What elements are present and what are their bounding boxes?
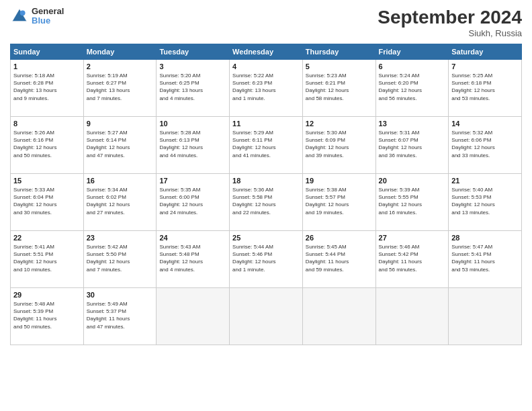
day-info: Sunrise: 5:32 AM Sunset: 6:06 PM Dayligh…: [451, 129, 519, 159]
calendar-cell: 21Sunrise: 5:40 AM Sunset: 5:53 PM Dayli…: [449, 174, 522, 231]
day-number: 21: [451, 177, 519, 185]
day-info: Sunrise: 5:42 AM Sunset: 5:50 PM Dayligh…: [87, 243, 154, 273]
logo-general: General: [32, 7, 64, 16]
day-number: 2: [87, 62, 154, 71]
weekday-header: Thursday: [302, 44, 375, 60]
day-info: Sunrise: 5:33 AM Sunset: 6:04 PM Dayligh…: [13, 186, 81, 216]
day-number: 11: [232, 120, 300, 128]
day-number: 1: [13, 62, 81, 71]
day-info: Sunrise: 5:30 AM Sunset: 6:09 PM Dayligh…: [306, 129, 373, 159]
weekday-header: Wednesday: [230, 44, 303, 60]
day-number: 4: [232, 62, 300, 71]
day-number: 20: [379, 177, 446, 185]
day-info: Sunrise: 5:25 AM Sunset: 6:18 PM Dayligh…: [451, 72, 519, 102]
calendar-cell: 8Sunrise: 5:26 AM Sunset: 6:16 PM Daylig…: [11, 117, 84, 174]
calendar-cell: [230, 288, 303, 345]
day-info: Sunrise: 5:19 AM Sunset: 6:27 PM Dayligh…: [87, 72, 154, 102]
day-number: 19: [306, 177, 373, 185]
calendar-cell: 16Sunrise: 5:34 AM Sunset: 6:02 PM Dayli…: [83, 174, 157, 231]
logo-text: General Blue: [32, 7, 64, 26]
calendar-cell: [157, 288, 230, 345]
day-info: Sunrise: 5:45 AM Sunset: 5:44 PM Dayligh…: [306, 243, 373, 273]
calendar-week-row: 1Sunrise: 5:18 AM Sunset: 6:28 PM Daylig…: [11, 60, 522, 117]
day-info: Sunrise: 5:26 AM Sunset: 6:16 PM Dayligh…: [13, 129, 81, 159]
day-info: Sunrise: 5:35 AM Sunset: 6:00 PM Dayligh…: [159, 186, 226, 216]
calendar-cell: 18Sunrise: 5:36 AM Sunset: 5:58 PM Dayli…: [230, 174, 303, 231]
day-info: Sunrise: 5:28 AM Sunset: 6:13 PM Dayligh…: [159, 129, 226, 159]
day-info: Sunrise: 5:23 AM Sunset: 6:21 PM Dayligh…: [306, 72, 373, 102]
day-number: 12: [306, 120, 373, 128]
calendar-cell: 19Sunrise: 5:38 AM Sunset: 5:57 PM Dayli…: [302, 174, 375, 231]
page-header: General Blue September 2024 Siukh, Russi…: [10, 7, 522, 38]
day-number: 23: [87, 234, 154, 242]
day-info: Sunrise: 5:24 AM Sunset: 6:20 PM Dayligh…: [379, 72, 446, 102]
day-number: 14: [451, 120, 519, 128]
calendar-cell: [375, 288, 449, 345]
day-number: 6: [379, 62, 446, 71]
calendar-cell: 2Sunrise: 5:19 AM Sunset: 6:27 PM Daylig…: [83, 60, 157, 117]
weekday-header: Monday: [83, 44, 157, 60]
calendar-cell: 15Sunrise: 5:33 AM Sunset: 6:04 PM Dayli…: [11, 174, 84, 231]
weekday-header: Friday: [375, 44, 449, 60]
day-number: 18: [232, 177, 300, 185]
calendar-cell: 1Sunrise: 5:18 AM Sunset: 6:28 PM Daylig…: [11, 60, 84, 117]
day-info: Sunrise: 5:49 AM Sunset: 5:37 PM Dayligh…: [87, 300, 154, 330]
day-number: 25: [232, 234, 300, 242]
day-info: Sunrise: 5:22 AM Sunset: 6:23 PM Dayligh…: [232, 72, 300, 102]
day-number: 3: [159, 62, 226, 71]
calendar-cell: 23Sunrise: 5:42 AM Sunset: 5:50 PM Dayli…: [83, 231, 157, 288]
weekday-header: Sunday: [11, 44, 84, 60]
calendar-cell: 26Sunrise: 5:45 AM Sunset: 5:44 PM Dayli…: [302, 231, 375, 288]
calendar-cell: 28Sunrise: 5:47 AM Sunset: 5:41 PM Dayli…: [449, 231, 522, 288]
day-info: Sunrise: 5:38 AM Sunset: 5:57 PM Dayligh…: [306, 186, 373, 216]
day-info: Sunrise: 5:31 AM Sunset: 6:07 PM Dayligh…: [379, 129, 446, 159]
day-number: 9: [87, 120, 154, 128]
day-number: 17: [159, 177, 226, 185]
calendar-cell: 25Sunrise: 5:44 AM Sunset: 5:46 PM Dayli…: [230, 231, 303, 288]
calendar-cell: 13Sunrise: 5:31 AM Sunset: 6:07 PM Dayli…: [375, 117, 449, 174]
day-info: Sunrise: 5:41 AM Sunset: 5:51 PM Dayligh…: [13, 243, 81, 273]
calendar-cell: 3Sunrise: 5:20 AM Sunset: 6:25 PM Daylig…: [157, 60, 230, 117]
calendar-cell: 24Sunrise: 5:43 AM Sunset: 5:48 PM Dayli…: [157, 231, 230, 288]
day-number: 22: [13, 234, 81, 242]
day-number: 10: [159, 120, 226, 128]
calendar-cell: 27Sunrise: 5:46 AM Sunset: 5:42 PM Dayli…: [375, 231, 449, 288]
calendar-cell: 11Sunrise: 5:29 AM Sunset: 6:11 PM Dayli…: [230, 117, 303, 174]
calendar-table: SundayMondayTuesdayWednesdayThursdayFrid…: [10, 44, 522, 345]
logo-blue: Blue: [32, 16, 64, 26]
day-number: 29: [13, 291, 81, 299]
calendar-cell: 30Sunrise: 5:49 AM Sunset: 5:37 PM Dayli…: [83, 288, 157, 345]
calendar-cell: 4Sunrise: 5:22 AM Sunset: 6:23 PM Daylig…: [230, 60, 303, 117]
calendar-cell: [302, 288, 375, 345]
day-info: Sunrise: 5:48 AM Sunset: 5:39 PM Dayligh…: [13, 300, 81, 330]
day-info: Sunrise: 5:43 AM Sunset: 5:48 PM Dayligh…: [159, 243, 226, 273]
calendar-cell: 5Sunrise: 5:23 AM Sunset: 6:21 PM Daylig…: [302, 60, 375, 117]
weekday-header: Saturday: [449, 44, 522, 60]
calendar-cell: [449, 288, 522, 345]
svg-marker-0: [12, 9, 27, 21]
calendar-cell: 9Sunrise: 5:27 AM Sunset: 6:14 PM Daylig…: [83, 117, 157, 174]
day-number: 16: [87, 177, 154, 185]
calendar-cell: 12Sunrise: 5:30 AM Sunset: 6:09 PM Dayli…: [302, 117, 375, 174]
calendar-cell: 7Sunrise: 5:25 AM Sunset: 6:18 PM Daylig…: [449, 60, 522, 117]
day-number: 28: [451, 234, 519, 242]
calendar-week-row: 29Sunrise: 5:48 AM Sunset: 5:39 PM Dayli…: [11, 288, 522, 345]
day-info: Sunrise: 5:46 AM Sunset: 5:42 PM Dayligh…: [379, 243, 446, 273]
day-number: 13: [379, 120, 446, 128]
calendar-cell: 10Sunrise: 5:28 AM Sunset: 6:13 PM Dayli…: [157, 117, 230, 174]
calendar-week-row: 15Sunrise: 5:33 AM Sunset: 6:04 PM Dayli…: [11, 174, 522, 231]
calendar-cell: 6Sunrise: 5:24 AM Sunset: 6:20 PM Daylig…: [375, 60, 449, 117]
calendar-cell: 14Sunrise: 5:32 AM Sunset: 6:06 PM Dayli…: [449, 117, 522, 174]
day-info: Sunrise: 5:20 AM Sunset: 6:25 PM Dayligh…: [159, 72, 226, 102]
calendar-cell: 22Sunrise: 5:41 AM Sunset: 5:51 PM Dayli…: [11, 231, 84, 288]
svg-point-2: [20, 11, 26, 16]
day-number: 26: [306, 234, 373, 242]
calendar-page: General Blue September 2024 Siukh, Russi…: [0, 0, 532, 411]
day-info: Sunrise: 5:29 AM Sunset: 6:11 PM Dayligh…: [232, 129, 300, 159]
calendar-cell: 17Sunrise: 5:35 AM Sunset: 6:00 PM Dayli…: [157, 174, 230, 231]
calendar-week-row: 22Sunrise: 5:41 AM Sunset: 5:51 PM Dayli…: [11, 231, 522, 288]
logo: General Blue: [10, 7, 64, 26]
weekday-header: Tuesday: [157, 44, 230, 60]
day-number: 15: [13, 177, 81, 185]
title-block: September 2024 Siukh, Russia: [378, 7, 522, 38]
